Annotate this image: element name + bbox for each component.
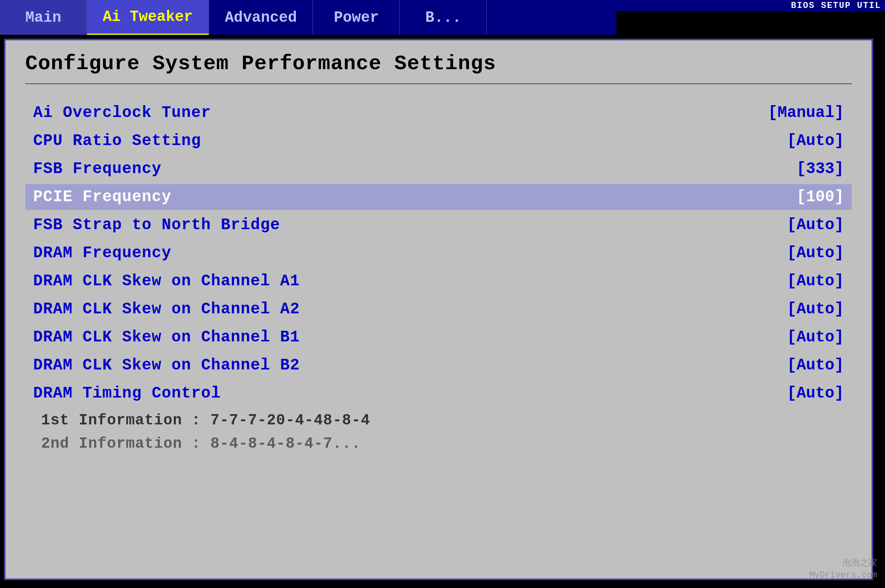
setting-row-dram-timing[interactable]: DRAM Timing Control [Auto] bbox=[25, 381, 852, 406]
divider bbox=[25, 83, 852, 84]
setting-name-dram-clk-b2: DRAM CLK Skew on Channel B2 bbox=[33, 356, 300, 374]
setting-name-dram-clk-a2: DRAM CLK Skew on Channel A2 bbox=[33, 300, 300, 318]
tab-boot[interactable]: B... bbox=[400, 0, 487, 35]
watermark-area: 泡泡之家 MyDrivers.com bbox=[809, 557, 877, 580]
setting-name-fsb-strap: FSB Strap to North Bridge bbox=[33, 216, 280, 234]
setting-row-fsb-strap[interactable]: FSB Strap to North Bridge [Auto] bbox=[25, 212, 852, 238]
nav-bar: Main Ai Tweaker Advanced Power B... bbox=[0, 0, 616, 35]
setting-name-ai-overclock-tuner: Ai Overclock Tuner bbox=[33, 104, 211, 122]
setting-row-fsb-frequency[interactable]: FSB Frequency [333] bbox=[25, 156, 852, 182]
setting-name-cpu-ratio: CPU Ratio Setting bbox=[33, 132, 201, 150]
setting-name-pcie-frequency: PCIE Frequency bbox=[33, 188, 171, 206]
setting-value-fsb-frequency: [333] bbox=[796, 160, 844, 178]
setting-value-cpu-ratio: [Auto] bbox=[787, 132, 844, 150]
setting-row-ai-overclock-tuner[interactable]: Ai Overclock Tuner [Manual] bbox=[25, 100, 852, 126]
setting-name-dram-clk-b1: DRAM CLK Skew on Channel B1 bbox=[33, 328, 300, 346]
setting-value-ai-overclock-tuner: [Manual] bbox=[768, 104, 844, 122]
setting-name-dram-clk-a1: DRAM CLK Skew on Channel A1 bbox=[33, 272, 300, 290]
setting-row-dram-clk-b1[interactable]: DRAM CLK Skew on Channel B1 [Auto] bbox=[25, 324, 852, 350]
tab-power-label: Power bbox=[334, 9, 379, 26]
setting-value-dram-clk-b2: [Auto] bbox=[787, 356, 844, 374]
tab-ai-tweaker[interactable]: Ai Tweaker bbox=[87, 0, 209, 35]
tab-power[interactable]: Power bbox=[313, 0, 400, 35]
bios-title-text: BIOS SETUP UTIL bbox=[791, 1, 881, 11]
setting-name-dram-timing: DRAM Timing Control bbox=[33, 384, 221, 402]
setting-row-dram-clk-a1[interactable]: DRAM CLK Skew on Channel A1 [Auto] bbox=[25, 268, 852, 294]
setting-row-pcie-frequency[interactable]: PCIE Frequency [100] bbox=[25, 184, 852, 210]
page-title: Configure System Performance Settings bbox=[25, 52, 852, 75]
main-content: Configure System Performance Settings Ai… bbox=[4, 39, 873, 580]
watermark-2: MyDrivers.com bbox=[809, 570, 877, 580]
setting-value-dram-timing: [Auto] bbox=[787, 384, 844, 402]
tab-main-label: Main bbox=[25, 9, 61, 26]
setting-value-dram-clk-a2: [Auto] bbox=[787, 300, 844, 318]
setting-value-fsb-strap: [Auto] bbox=[787, 216, 844, 234]
setting-value-dram-clk-b1: [Auto] bbox=[787, 328, 844, 346]
setting-row-dram-frequency[interactable]: DRAM Frequency [Auto] bbox=[25, 240, 852, 266]
setting-row-dram-clk-a2[interactable]: DRAM CLK Skew on Channel A2 [Auto] bbox=[25, 296, 852, 322]
setting-name-dram-frequency: DRAM Frequency bbox=[33, 244, 171, 262]
setting-row-cpu-ratio[interactable]: CPU Ratio Setting [Auto] bbox=[25, 128, 852, 154]
2nd-information: 2nd Information : 8-4-8-4-8-4-7... bbox=[25, 432, 852, 455]
setting-name-fsb-frequency: FSB Frequency bbox=[33, 160, 162, 178]
setting-value-dram-clk-a1: [Auto] bbox=[787, 272, 844, 290]
watermark-1: 泡泡之家 bbox=[842, 557, 877, 569]
tab-boot-label: B... bbox=[425, 9, 461, 26]
tab-ai-tweaker-label: Ai Tweaker bbox=[103, 8, 193, 25]
tab-advanced[interactable]: Advanced bbox=[209, 0, 313, 35]
setting-row-dram-clk-b2[interactable]: DRAM CLK Skew on Channel B2 [Auto] bbox=[25, 352, 852, 378]
1st-information: 1st Information : 7-7-7-20-4-48-8-4 bbox=[25, 409, 852, 432]
tab-advanced-label: Advanced bbox=[225, 9, 297, 26]
tab-main[interactable]: Main bbox=[0, 0, 87, 35]
setting-value-pcie-frequency: [100] bbox=[796, 188, 844, 206]
bios-title-bar: BIOS SETUP UTIL bbox=[608, 0, 885, 11]
setting-value-dram-frequency: [Auto] bbox=[787, 244, 844, 262]
settings-list: Ai Overclock Tuner [Manual] CPU Ratio Se… bbox=[25, 100, 852, 406]
